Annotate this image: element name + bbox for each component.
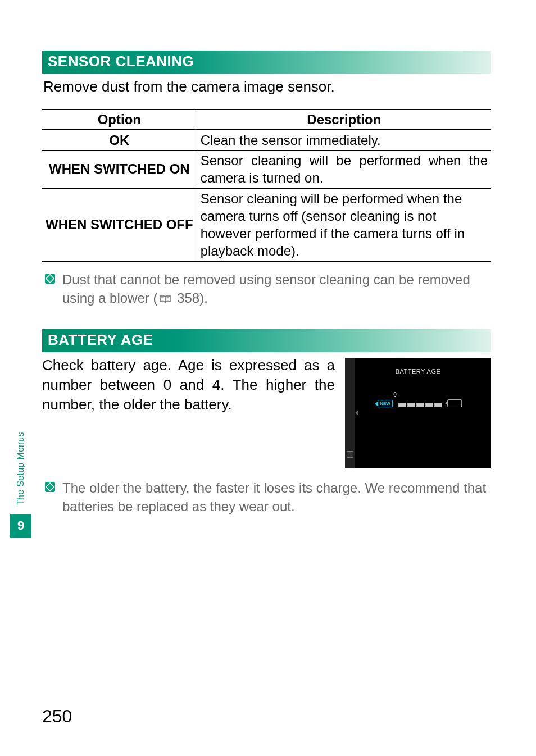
note-text: The older the battery, the faster it los… bbox=[62, 479, 490, 516]
note-text: Dust that cannot be removed using sensor… bbox=[62, 271, 490, 309]
gauge-endcap-icon bbox=[447, 399, 462, 407]
gauge-segment bbox=[425, 403, 433, 407]
option-cell: OK bbox=[42, 130, 197, 151]
option-cell: WHEN SWITCHED OFF bbox=[42, 188, 197, 261]
page-number: 250 bbox=[42, 706, 72, 727]
table-row: WHEN SWITCHED OFF Sensor cleaning will b… bbox=[42, 188, 491, 261]
section-title: SENSOR CLEANING bbox=[48, 53, 194, 70]
option-cell: WHEN SWITCHED ON bbox=[42, 151, 197, 188]
tip-diamond-icon bbox=[43, 272, 57, 290]
section-title: BATTERY AGE bbox=[48, 331, 153, 348]
gauge-segment bbox=[416, 403, 424, 407]
gauge-segment bbox=[434, 403, 442, 407]
table-row: OK Clean the sensor immediately. bbox=[42, 130, 491, 151]
battery-age-note: The older the battery, the faster it los… bbox=[43, 479, 490, 516]
gauge-segments bbox=[398, 403, 442, 407]
screenshot-title: BATTERY AGE bbox=[345, 368, 491, 375]
tip-diamond-icon bbox=[43, 480, 57, 498]
manual-page: SENSOR CLEANING Remove dust from the cam… bbox=[0, 0, 536, 756]
section-header-sensor-cleaning: SENSOR CLEANING bbox=[42, 51, 491, 74]
page-reference-icon bbox=[159, 291, 171, 309]
table-header-description: Description bbox=[197, 110, 491, 130]
table-row: WHEN SWITCHED ON Sensor cleaning will be… bbox=[42, 151, 491, 188]
sidebar-caret-icon bbox=[355, 410, 358, 416]
section-header-battery-age: BATTERY AGE bbox=[42, 329, 491, 352]
description-cell: Sensor cleaning will be performed when t… bbox=[197, 188, 491, 261]
battery-age-intro: Check battery age. Age is expressed as a… bbox=[42, 356, 335, 415]
gauge-segment bbox=[398, 403, 406, 407]
sensor-cleaning-options-table: Option Description OK Clean the sensor i… bbox=[42, 109, 491, 262]
gauge-zero-label: 0 bbox=[393, 391, 397, 398]
battery-age-screenshot: BATTERY AGE 0 NEW bbox=[345, 358, 491, 468]
new-badge: NEW bbox=[378, 400, 393, 407]
battery-age-gauge: 0 NEW bbox=[378, 399, 462, 407]
chapter-side-tab: The Setup Menus 9 bbox=[10, 424, 31, 538]
sensor-cleaning-note: Dust that cannot be removed using sensor… bbox=[43, 271, 490, 309]
description-cell: Clean the sensor immediately. bbox=[197, 130, 491, 151]
table-header-option: Option bbox=[42, 110, 197, 130]
chapter-number-badge: 9 bbox=[10, 514, 31, 538]
description-cell: Sensor cleaning will be performed when t… bbox=[197, 151, 491, 188]
gauge-segment bbox=[407, 403, 415, 407]
side-tab-label: The Setup Menus bbox=[16, 424, 26, 514]
sensor-cleaning-intro: Remove dust from the camera image sensor… bbox=[43, 77, 490, 97]
